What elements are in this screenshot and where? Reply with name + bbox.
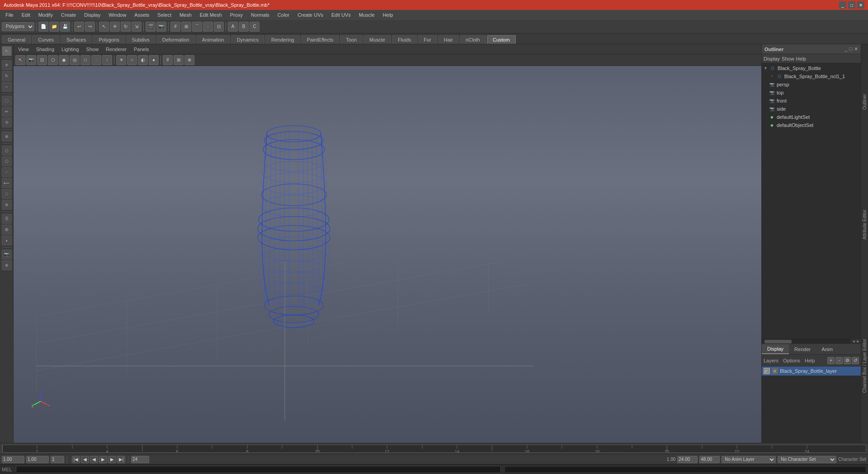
vp-flat-btn[interactable]: ◎	[70, 55, 80, 65]
tab-ncloth[interactable]: nCloth	[460, 35, 486, 44]
move-mode-btn[interactable]: ✛	[2, 60, 12, 70]
expand-icon-bottle[interactable]: ▼	[764, 66, 768, 70]
tab-muscle[interactable]: Muscle	[363, 35, 391, 44]
delete-layer-btn[interactable]: -	[835, 357, 843, 364]
outliner-scroll-left[interactable]: ◄	[852, 339, 855, 343]
outliner-item-bottle-ncl[interactable]: └ ⬡ Black_Spray_Bottle_ncl1_1	[762, 72, 861, 80]
outliner-scroll-area[interactable]	[762, 339, 851, 343]
menu-edit-mesh[interactable]: Edit Mesh	[196, 11, 226, 19]
show-grid-btn[interactable]: #	[170, 22, 180, 32]
outliner-item-objset[interactable]: ▶ ◈ defaultObjectSet	[762, 121, 861, 129]
tool-btn-c[interactable]: C	[250, 22, 259, 32]
viewport-3d[interactable]: .wf { fill: none; stroke: #2244cc; strok…	[14, 66, 761, 443]
menu-create-uvs[interactable]: Create UVs	[294, 11, 327, 19]
move-tool-btn[interactable]: ✛	[110, 22, 120, 32]
channel-box-side-label[interactable]: Channel Box / Layer Editor	[861, 337, 868, 395]
close-button[interactable]: ✕	[857, 1, 864, 9]
current-frame-input[interactable]	[51, 456, 64, 463]
menu-muscle[interactable]: Muscle	[355, 11, 378, 19]
play-back-btn[interactable]: ◀	[90, 456, 98, 463]
vp-light4-btn[interactable]: ●	[149, 55, 159, 65]
snap-grid-btn[interactable]: ⊞	[181, 22, 191, 32]
anim-end-input[interactable]	[677, 456, 698, 463]
start-frame-input[interactable]	[2, 456, 24, 463]
outliner-display-menu[interactable]: Display	[764, 56, 780, 61]
menu-create[interactable]: Create	[57, 11, 80, 19]
workspace-dropdown[interactable]: Polygons	[2, 22, 34, 31]
tab-curves[interactable]: Curves	[32, 35, 60, 44]
tab-hair[interactable]: Hair	[438, 35, 459, 44]
vp-show-all-btn[interactable]: ⊡	[37, 55, 47, 65]
layers-btn[interactable]: ☰	[2, 214, 12, 224]
menu-assets[interactable]: Assets	[131, 11, 153, 19]
menu-mesh[interactable]: Mesh	[176, 11, 195, 19]
menu-select[interactable]: Select	[154, 11, 175, 19]
vp-wireframe-btn[interactable]: ⬡	[48, 55, 58, 65]
vp-grid-btn[interactable]: #	[163, 55, 173, 65]
layers-label[interactable]: Layers	[764, 358, 778, 363]
playback-speed-input[interactable]	[26, 456, 49, 463]
extrude-edge-btn[interactable]: ⟵	[2, 178, 12, 188]
coord-btn[interactable]: ⊛	[2, 260, 12, 270]
scale-tool-btn[interactable]: ⇲	[132, 22, 142, 32]
quick-sel-btn[interactable]: ⬧	[2, 235, 12, 245]
outliner-item-bottle[interactable]: ▼ ⬡ Black_Spray_Bottle	[762, 64, 861, 72]
outliner-item-front[interactable]: ▶ 📷 front	[762, 97, 861, 105]
rotate-tool-btn[interactable]: ↻	[121, 22, 131, 32]
extrude-face-btn[interactable]: □	[2, 189, 12, 199]
help-layer-label[interactable]: Help	[805, 358, 815, 363]
rotate-mode-btn[interactable]: ↻	[2, 71, 12, 81]
vp-menu-panels[interactable]: Panels	[131, 46, 152, 53]
anim-end2-input[interactable]	[699, 456, 720, 463]
split-poly-btn[interactable]: ⟋	[2, 167, 12, 177]
lasso-btn[interactable]: 〇	[2, 96, 12, 106]
tab-deformation[interactable]: Deformation	[156, 35, 195, 44]
next-frame-btn[interactable]: ▶	[108, 456, 116, 463]
layer-visibility-check[interactable]: ✓	[764, 368, 770, 374]
select-mode-btn[interactable]: ↖	[2, 46, 12, 56]
menu-file[interactable]: File	[2, 11, 17, 19]
vp-manip-btn[interactable]: ⊕	[184, 55, 194, 65]
camera-btn[interactable]: 📷	[2, 249, 12, 259]
menu-normals[interactable]: Normals	[247, 11, 273, 19]
menu-modify[interactable]: Modify	[35, 11, 57, 19]
menu-color[interactable]: Color	[274, 11, 293, 19]
tab-custom[interactable]: Custom	[487, 35, 516, 44]
maximize-button[interactable]: □	[848, 1, 855, 9]
tab-painteffects[interactable]: PaintEffects	[301, 35, 340, 44]
snap-point-btn[interactable]: ·	[203, 22, 213, 32]
vp-menu-renderer[interactable]: Renderer	[103, 46, 129, 53]
new-scene-btn[interactable]: 📄	[38, 22, 48, 32]
tab-polygons[interactable]: Polygons	[93, 35, 125, 44]
vp-light2-btn[interactable]: ○	[127, 55, 137, 65]
vp-select-btn[interactable]: ↖	[15, 55, 25, 65]
append-polygon-btn[interactable]: ⬡	[2, 156, 12, 166]
select-tool-btn[interactable]: ↖	[99, 22, 109, 32]
render-btn[interactable]: 🎬	[146, 22, 156, 32]
go-to-start-btn[interactable]: |◀	[72, 456, 80, 463]
outliner-scroll-thumb[interactable]	[764, 340, 792, 343]
vp-menu-lighting[interactable]: Lighting	[59, 46, 82, 53]
undo-btn[interactable]: ↩	[74, 22, 84, 32]
vp-bounding-btn[interactable]: □	[80, 55, 90, 65]
outliner-tree[interactable]: ▼ ⬡ Black_Spray_Bottle └ ⬡ Black_Spray_B…	[762, 63, 861, 339]
tool-btn-b[interactable]: B	[239, 22, 249, 32]
char-set-dropdown[interactable]: No Character Set	[778, 456, 836, 463]
tab-general[interactable]: General	[2, 35, 31, 44]
snap-curve-btn[interactable]: ⌒	[192, 22, 202, 32]
options-label[interactable]: Options	[783, 358, 800, 363]
outliner-item-persp[interactable]: ▶ 📷 persp	[762, 80, 861, 89]
vp-normals-btn[interactable]: ↑	[102, 55, 112, 65]
attr-editor-side-label[interactable]: Attribute Editor	[861, 208, 868, 241]
minimize-button[interactable]: _	[839, 1, 846, 9]
tool-btn-a[interactable]: A	[228, 22, 238, 32]
sculpt-btn[interactable]: ⟲	[2, 117, 12, 127]
ipr-btn[interactable]: 📷	[156, 22, 166, 32]
menu-proxy[interactable]: Proxy	[226, 11, 246, 19]
mel-input[interactable]	[16, 466, 501, 473]
outliner-scroll-right[interactable]: ►	[856, 339, 860, 343]
vp-menu-shading[interactable]: Shading	[33, 46, 57, 53]
tab-subdivs[interactable]: Subdivs	[126, 35, 156, 44]
timeline-ruler[interactable]: 24681012141618202224	[2, 445, 866, 453]
outliner-close-btn[interactable]: ✕	[854, 46, 858, 52]
